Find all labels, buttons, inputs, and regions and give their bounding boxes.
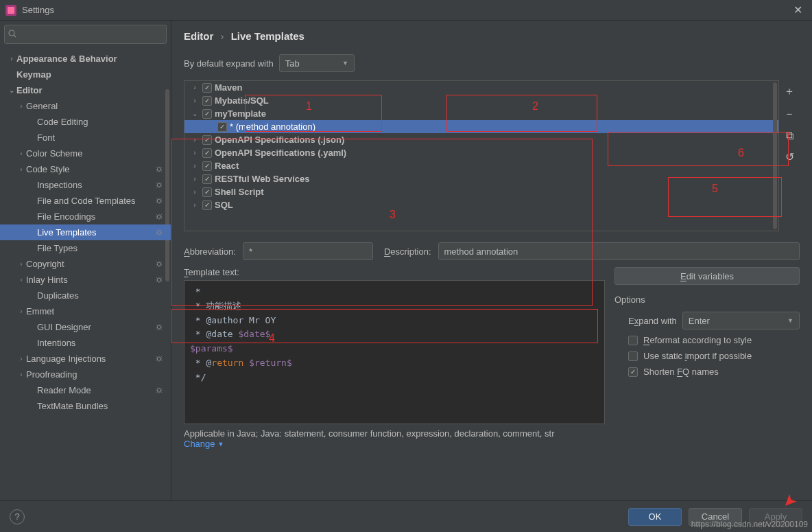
template-list-item[interactable]: ›OpenAPI Specifications (.yaml) xyxy=(184,146,778,159)
sidebar-item[interactable]: Inspections⛭ xyxy=(0,177,171,193)
chevron-down-icon: ▼ xyxy=(342,60,348,67)
change-link[interactable]: Change ▼ xyxy=(184,439,224,449)
chevron-down-icon: ▼ xyxy=(218,441,224,448)
sidebar-item[interactable]: ›General xyxy=(0,98,171,114)
expand-default-value: Tab xyxy=(285,58,300,69)
sidebar-item[interactable]: ⌄Editor xyxy=(0,82,171,98)
template-list-item[interactable]: ⌄myTemplate xyxy=(184,107,778,120)
breadcrumb: Editor › Live Templates xyxy=(184,30,800,42)
abbreviation-label: AAbbreviation:bbreviation: xyxy=(184,246,236,257)
sidebar-item[interactable]: File Encodings⛭ xyxy=(0,209,171,224)
list-side-buttons: ＋ － ⧉ ↺ xyxy=(779,80,800,231)
sidebar-item[interactable]: TextMate Bundles xyxy=(0,398,171,414)
sidebar-item[interactable]: Font xyxy=(0,130,171,146)
description-label: Description: xyxy=(384,246,431,257)
sidebar-item[interactable]: File Types xyxy=(0,240,171,256)
template-list-item[interactable]: ›RESTful Web Services xyxy=(184,172,778,185)
search-icon xyxy=(8,30,16,38)
static-import-label: Use static import if possible xyxy=(643,351,752,361)
remove-button[interactable]: － xyxy=(784,107,795,122)
options-title: Options xyxy=(614,294,800,305)
breadcrumb-root[interactable]: Editor xyxy=(184,30,213,42)
breadcrumb-sep: › xyxy=(221,30,224,42)
sidebar-item[interactable]: ›Appearance & Behavior xyxy=(0,51,171,67)
app-icon xyxy=(5,5,16,16)
titlebar: Settings ✕ xyxy=(0,0,812,21)
description-input[interactable] xyxy=(438,242,800,260)
template-list-item[interactable]: * (method annotation) xyxy=(184,120,778,133)
search-input[interactable] xyxy=(4,25,167,44)
sidebar-item[interactable]: ›Inlay Hints⛭ xyxy=(0,272,171,288)
watermark: https://blog.csdn.net/v20200109 xyxy=(691,520,808,529)
expand-default-select[interactable]: Tab ▼ xyxy=(279,54,355,72)
sidebar-item[interactable]: ›Copyright⛭ xyxy=(0,256,171,272)
expand-with-label: Expand with xyxy=(628,316,677,326)
expand-default-label: By default expand with xyxy=(184,58,274,69)
sidebar-item[interactable]: ›Code Style⛭ xyxy=(0,161,171,177)
add-button[interactable]: ＋ xyxy=(784,84,795,99)
applicable-text: Applicable in Java; Java: statement, con… xyxy=(184,428,800,439)
template-list-item[interactable]: ›React xyxy=(184,159,778,172)
sidebar-item[interactable]: ›Color Scheme xyxy=(0,146,171,161)
template-text-label: Template text: xyxy=(184,267,605,277)
sidebar-item[interactable]: Keymap xyxy=(0,67,171,82)
sidebar-item[interactable]: GUI Designer⛭ xyxy=(0,319,171,335)
abbreviation-input[interactable] xyxy=(243,242,373,260)
template-list-item[interactable]: ›SQL xyxy=(184,198,778,211)
ok-button[interactable]: OK xyxy=(628,508,682,526)
sidebar-item[interactable]: File and Code Templates⛭ xyxy=(0,193,171,209)
template-list-item[interactable]: ›Mybatis/SQL xyxy=(184,94,778,107)
shorten-fq-checkbox[interactable] xyxy=(628,367,638,377)
window-title: Settings xyxy=(22,5,789,15)
close-icon[interactable]: ✕ xyxy=(789,3,807,16)
shorten-fq-label: Shorten FQ names xyxy=(643,367,719,377)
reformat-label: Reformat according to style xyxy=(643,335,752,345)
svg-point-0 xyxy=(9,30,14,36)
content-panel: Editor › Live Templates By default expan… xyxy=(171,21,812,501)
sidebar-item[interactable]: ›Emmet xyxy=(0,303,171,319)
breadcrumb-leaf: Live Templates xyxy=(231,30,304,42)
sidebar-item[interactable]: Reader Mode⛭ xyxy=(0,382,171,398)
sidebar: ›Appearance & BehaviorKeymap⌄Editor›Gene… xyxy=(0,21,171,501)
sidebar-item[interactable]: Live Templates⛭ xyxy=(0,224,171,240)
template-list-item[interactable]: ›OpenAPI Specifications (.json) xyxy=(184,133,778,146)
revert-button[interactable]: ↺ xyxy=(785,150,794,163)
expand-with-select[interactable]: Enter ▼ xyxy=(682,312,800,329)
reformat-checkbox[interactable] xyxy=(628,336,638,345)
sidebar-item[interactable]: ›Language Injections⛭ xyxy=(0,351,171,367)
template-list-item[interactable]: ›Maven xyxy=(184,81,778,94)
template-list-item[interactable]: ›Shell Script xyxy=(184,185,778,198)
svg-line-1 xyxy=(14,35,16,37)
chevron-down-icon: ▼ xyxy=(787,317,793,324)
sidebar-item[interactable]: Code Editing xyxy=(0,114,171,130)
scrollbar[interactable] xyxy=(773,82,777,229)
sidebar-item[interactable]: Duplicates xyxy=(0,288,171,303)
sidebar-item[interactable]: ›Proofreading xyxy=(0,367,171,382)
settings-tree[interactable]: ›Appearance & BehaviorKeymap⌄Editor›Gene… xyxy=(0,48,171,501)
static-import-checkbox[interactable] xyxy=(628,351,638,361)
template-list[interactable]: ›Maven›Mybatis/SQL⌄myTemplate* (method a… xyxy=(184,80,779,231)
edit-variables-button[interactable]: Edit variables xyxy=(614,267,800,285)
expand-with-value: Enter xyxy=(689,316,710,326)
footer: ? OK Cancel Apply xyxy=(0,500,812,532)
help-button[interactable]: ? xyxy=(10,509,25,524)
sidebar-item[interactable]: Intentions xyxy=(0,335,171,351)
template-text-editor[interactable]: * * 功能描述 * @author Mr OY * @date $date$ … xyxy=(184,280,605,424)
copy-button[interactable]: ⧉ xyxy=(786,130,793,142)
